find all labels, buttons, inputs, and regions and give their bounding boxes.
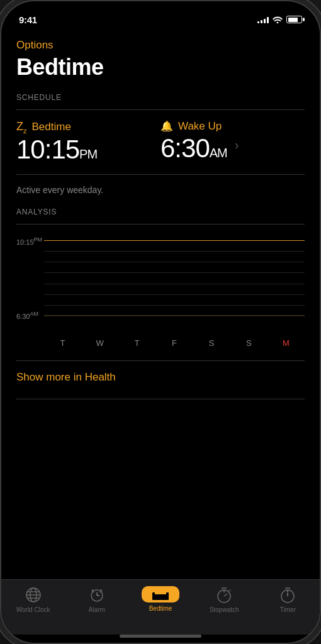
- bedtime-col: Zz Bedtime 10:15PM: [16, 120, 160, 165]
- schedule-bottom-divider: [16, 174, 305, 175]
- stopwatch-icon: [215, 586, 233, 604]
- day-F: F: [167, 338, 182, 348]
- schedule-row: Zz Bedtime 10:15PM 🔔 Wake Up: [16, 120, 305, 165]
- tab-stopwatch-label: Stopwatch: [210, 606, 239, 613]
- wakeup-time: 6:30AM: [160, 134, 227, 163]
- tab-bedtime[interactable]: Bedtime: [128, 586, 192, 612]
- zzz-icon: Zz: [16, 120, 27, 135]
- svg-rect-13: [152, 592, 155, 600]
- show-health-link[interactable]: Show more in Health: [16, 371, 305, 384]
- timer-icon: [279, 586, 296, 604]
- notch: [110, 1, 211, 20]
- options-link[interactable]: Options: [16, 39, 305, 52]
- schedule-section-label: SCHEDULE: [16, 93, 305, 102]
- svg-line-10: [92, 589, 93, 591]
- day-labels-row: T W T F S S M: [16, 338, 305, 348]
- bedtime-label: Bedtime: [32, 121, 71, 133]
- bell-icon: 🔔: [160, 120, 173, 132]
- chart-bedtime-label: 10:15PM: [16, 236, 42, 246]
- tab-timer[interactable]: Timer: [256, 586, 320, 613]
- svg-rect-14: [166, 592, 169, 600]
- svg-line-19: [224, 594, 227, 596]
- tab-stopwatch[interactable]: Stopwatch: [193, 586, 256, 613]
- day-S2: S: [241, 338, 256, 348]
- home-indicator: [120, 635, 201, 638]
- wakeup-col: 🔔 Wake Up 6:30AM ›: [160, 120, 305, 163]
- tab-alarm[interactable]: Alarm: [65, 586, 128, 613]
- wifi-icon: [273, 16, 283, 23]
- tab-timer-label: Timer: [280, 606, 296, 613]
- analysis-section-label: ANALYSIS: [16, 208, 305, 216]
- phone-frame: 9:41 Options Bed: [0, 0, 321, 644]
- health-bottom-divider: [16, 399, 305, 399]
- health-divider: [16, 360, 305, 361]
- tab-bedtime-label: Bedtime: [149, 605, 172, 612]
- day-M: M: [278, 338, 293, 348]
- bedtime-time: 10:15PM: [16, 135, 160, 164]
- chart-wakeup-label: 6:30AM: [16, 311, 38, 320]
- day-S1: S: [204, 338, 219, 348]
- tab-world-clock[interactable]: World Clock: [1, 586, 65, 613]
- screen: 9:41 Options Bed: [1, 1, 320, 643]
- analysis-divider: [16, 224, 305, 225]
- svg-line-21: [229, 590, 230, 591]
- svg-rect-15: [155, 594, 161, 598]
- day-T2: T: [130, 338, 145, 348]
- bed-icon: [152, 589, 169, 601]
- tab-alarm-label: Alarm: [89, 606, 105, 613]
- signal-icon: [257, 16, 269, 23]
- battery-icon: [286, 16, 302, 23]
- analysis-section: ANALYSIS: [16, 208, 305, 399]
- alarm-icon: [88, 586, 106, 604]
- wakeup-label: Wake Up: [178, 120, 222, 133]
- svg-rect-16: [162, 594, 166, 598]
- sleep-chart: 10:15PM 6:30AM: [16, 234, 305, 335]
- main-content: Options Bedtime SCHEDULE Zz Bedtime 10:1…: [1, 29, 320, 579]
- day-W: W: [93, 338, 108, 348]
- page-title: Bedtime: [16, 54, 305, 80]
- wakeup-label-row: 🔔 Wake Up: [160, 120, 227, 133]
- chart-grid: [44, 240, 305, 316]
- wakeup-chevron-icon[interactable]: ›: [235, 138, 239, 152]
- active-schedule-text: Active every weekday.: [16, 185, 305, 195]
- tab-bar: World Clock Alarm: [1, 579, 320, 635]
- day-T1: T: [55, 338, 70, 348]
- wakeup-chart-line: [44, 315, 305, 316]
- svg-line-11: [101, 589, 102, 591]
- bedtime-chart-line: [44, 240, 305, 241]
- status-icons: [257, 16, 302, 23]
- bedtime-tab-bg: [142, 586, 179, 602]
- globe-icon: [25, 586, 42, 604]
- tab-world-clock-label: World Clock: [16, 606, 50, 613]
- schedule-divider: [16, 109, 305, 110]
- status-time: 9:41: [19, 14, 37, 25]
- bedtime-label-row: Zz Bedtime: [16, 120, 160, 135]
